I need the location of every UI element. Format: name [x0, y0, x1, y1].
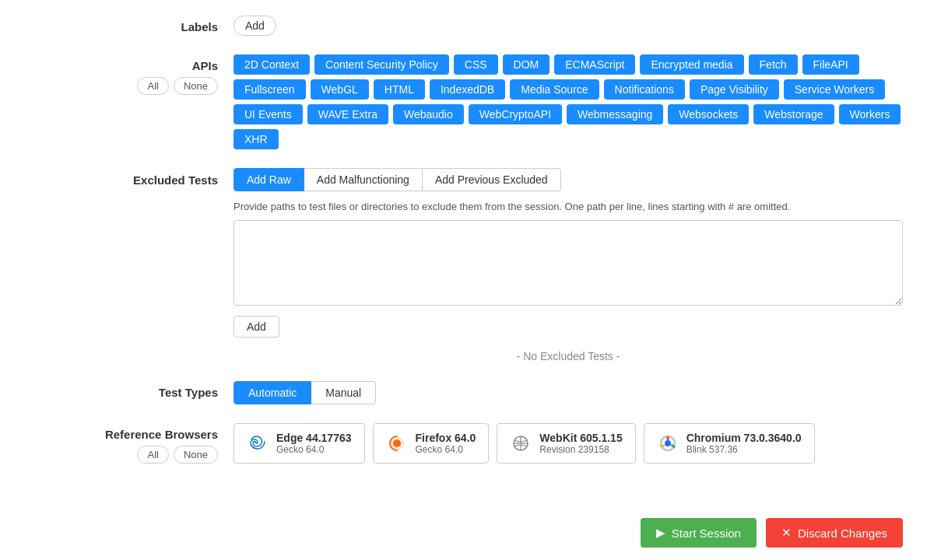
api-tag[interactable]: IndexedDB — [430, 79, 505, 100]
excluded-spacer — [31, 201, 234, 362]
api-tag[interactable]: Encrypted media — [640, 54, 743, 75]
svg-point-1 — [393, 439, 401, 447]
discard-changes-button[interactable]: ✕ Discard Changes — [766, 518, 903, 548]
api-tag[interactable]: Websockets — [668, 104, 749, 124]
api-tag[interactable]: Webmessaging — [567, 104, 663, 124]
chromium-icon — [657, 432, 679, 454]
action-bar: ▶ Start Session ✕ Discard Changes — [0, 506, 934, 560]
api-tag[interactable]: Fullscreen — [234, 79, 306, 100]
excluded-body: Provide paths to test files or directori… — [31, 201, 903, 362]
excluded-tests-btn-group: Add Raw Add Malfunctioning Add Previous … — [234, 168, 561, 191]
labels-add-button[interactable]: Add — [234, 16, 276, 36]
test-types-label: Test Types — [31, 381, 234, 399]
reference-browsers-section: Reference Browsers All None Edge 44.1776… — [31, 423, 903, 464]
play-icon: ▶ — [656, 526, 665, 540]
api-tag[interactable]: ECMAScript — [554, 54, 635, 75]
api-tag[interactable]: Media Source — [510, 79, 599, 100]
apis-sublabel: All None — [137, 77, 218, 95]
browser-card[interactable]: WebKit 605.1.15Revision 239158 — [497, 423, 635, 464]
browser-version: Gecko 64.0 — [416, 444, 476, 455]
browser-card[interactable]: Firefox 64.0Gecko 64.0 — [373, 423, 490, 464]
api-tag[interactable]: DOM — [503, 54, 550, 75]
excluded-help-text: Provide paths to test files or directori… — [234, 201, 903, 212]
api-tag[interactable]: Fetch — [749, 54, 798, 75]
test-type-buttons: Automatic Manual — [234, 381, 903, 404]
apis-label-container: APIs All None — [31, 54, 234, 95]
browser-card[interactable]: Edge 44.17763Gecko 64.0 — [234, 423, 365, 464]
api-tag[interactable]: Notifications — [604, 79, 685, 100]
apis-section: APIs All None 2D ContextContent Security… — [31, 54, 903, 149]
add-malfunctioning-button[interactable]: Add Malfunctioning — [304, 168, 423, 191]
no-excluded-message: - No Excluded Tests - — [234, 350, 903, 362]
browser-version: Revision 239158 — [539, 444, 622, 455]
api-tag[interactable]: WAVE Extra — [307, 104, 388, 124]
edge-icon — [247, 432, 269, 454]
browsers-none-button[interactable]: None — [174, 446, 218, 464]
test-types-content: Automatic Manual — [234, 381, 903, 404]
api-tag[interactable]: CSS — [454, 54, 498, 75]
labels-label: Labels — [31, 16, 234, 33]
browser-version: Blink 537.36 — [686, 444, 802, 455]
api-tag[interactable]: 2D Context — [234, 54, 310, 75]
test-types-section: Test Types Automatic Manual — [31, 381, 903, 404]
excluded-body-content: Provide paths to test files or directori… — [234, 201, 903, 362]
browser-info: Chromium 73.0.3640.0Blink 537.36 — [686, 432, 802, 455]
excluded-header-row: Excluded Tests Add Raw Add Malfunctionin… — [31, 168, 903, 191]
labels-content: Add — [234, 16, 903, 36]
apis-content: 2D ContextContent Security PolicyCSSDOME… — [234, 54, 903, 149]
browsers-label: Reference Browsers — [105, 428, 218, 441]
svg-point-5 — [665, 440, 671, 446]
start-session-label: Start Session — [672, 527, 741, 540]
manual-button[interactable]: Manual — [311, 381, 376, 404]
apis-all-button[interactable]: All — [137, 77, 168, 95]
apis-tags-container: 2D ContextContent Security PolicyCSSDOME… — [234, 54, 903, 149]
browsers-all-button[interactable]: All — [137, 446, 168, 464]
labels-section: Labels Add — [31, 16, 903, 36]
api-tag[interactable]: WebCryptoAPI — [469, 104, 562, 124]
api-tag[interactable]: XHR — [234, 129, 279, 149]
start-session-button[interactable]: ▶ Start Session — [641, 518, 757, 548]
excluded-tests-label: Excluded Tests — [31, 173, 234, 187]
add-raw-button[interactable]: Add Raw — [234, 168, 304, 191]
firefox-icon — [386, 432, 408, 454]
api-tag[interactable]: UI Events — [234, 104, 303, 124]
browser-version: Gecko 64.0 — [276, 444, 352, 455]
browser-name: Edge 44.17763 — [276, 432, 352, 444]
apis-none-button[interactable]: None — [174, 77, 218, 95]
browsers-label-group: Reference Browsers All None — [31, 428, 218, 464]
close-icon: ✕ — [781, 526, 792, 540]
api-tag[interactable]: FileAPI — [802, 54, 859, 75]
browsers-list: Edge 44.17763Gecko 64.0 Firefox 64.0Geck… — [234, 423, 903, 464]
discard-changes-label: Discard Changes — [798, 527, 887, 540]
add-previous-excluded-button[interactable]: Add Previous Excluded — [423, 168, 561, 191]
api-tag[interactable]: HTML — [374, 79, 425, 100]
api-tag[interactable]: Webstorage — [753, 104, 834, 124]
api-tag[interactable]: WebGL — [311, 79, 369, 100]
browser-name: Chromium 73.0.3640.0 — [686, 432, 802, 444]
automatic-button[interactable]: Automatic — [234, 381, 311, 404]
apis-label: APIs — [192, 59, 218, 72]
browsers-sublabel: All None — [137, 446, 218, 464]
api-tag[interactable]: Workers — [839, 104, 901, 124]
webkit-icon — [510, 432, 532, 454]
api-tag[interactable]: Page Visibility — [690, 79, 779, 100]
browser-info: Firefox 64.0Gecko 64.0 — [416, 432, 476, 455]
browser-info: WebKit 605.1.15Revision 239158 — [539, 432, 622, 455]
browsers-label-container: Reference Browsers All None — [31, 423, 234, 464]
browser-info: Edge 44.17763Gecko 64.0 — [276, 432, 352, 455]
browser-name: WebKit 605.1.15 — [539, 432, 622, 444]
excluded-add-button[interactable]: Add — [234, 316, 279, 338]
browsers-content: Edge 44.17763Gecko 64.0 Firefox 64.0Geck… — [234, 423, 903, 464]
browser-card[interactable]: Chromium 73.0.3640.0Blink 537.36 — [644, 423, 815, 464]
api-tag[interactable]: Content Security Policy — [314, 54, 449, 75]
api-tag[interactable]: Service Workers — [784, 79, 885, 100]
api-tag[interactable]: Webaudio — [393, 104, 464, 124]
browser-name: Firefox 64.0 — [416, 432, 476, 444]
excluded-textarea[interactable] — [234, 220, 903, 306]
apis-label-group: APIs All None — [31, 59, 218, 95]
